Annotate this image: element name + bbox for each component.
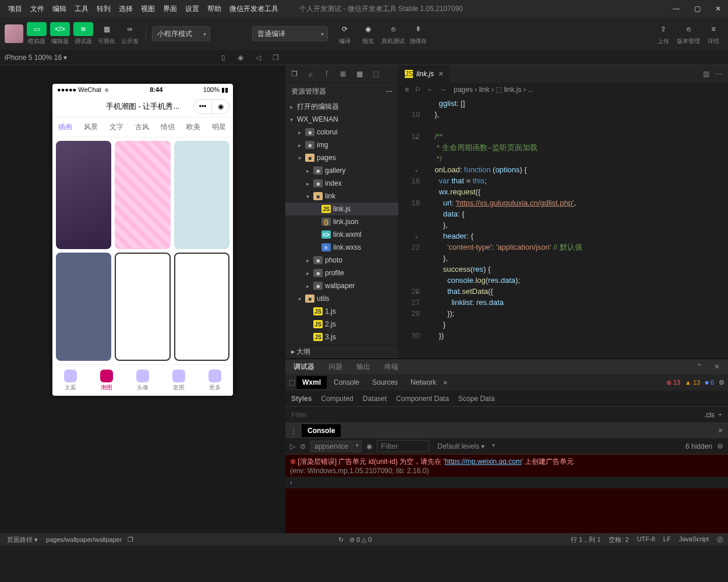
style-tab[interactable]: Component Data [396, 395, 449, 403]
page-path[interactable]: pages/wallpaper/wallpaper [46, 536, 122, 543]
multi-icon[interactable]: ❐ [271, 54, 280, 62]
menu-item[interactable]: 设置 [182, 3, 203, 15]
page-path-label[interactable]: 页面路径 ▾ [5, 535, 40, 544]
console-tab[interactable]: Console [302, 424, 341, 437]
category-tab[interactable]: 插画 [52, 122, 78, 132]
menu-item[interactable]: 项目 [5, 3, 26, 15]
editor-body[interactable]: 1012⌄⌄1618⌄2226⌄272830 gglist: [] }, /**… [399, 97, 728, 359]
breadcrumb-path[interactable]: pages › link › ⬚ link.js › ... [454, 86, 533, 94]
encoding[interactable]: UTF-8 [637, 535, 655, 544]
indent[interactable]: 空格: 2 [609, 535, 628, 544]
dbg-top-tab[interactable]: 终端 [382, 361, 401, 373]
tab-sources[interactable]: Sources [366, 376, 404, 389]
tree-node[interactable]: ▸■gallery [285, 164, 398, 177]
style-tab[interactable]: Computed [321, 395, 353, 403]
console-filter[interactable] [377, 440, 429, 452]
outline-section[interactable]: ▸ 大纲 [285, 345, 398, 359]
tab-network[interactable]: Network [405, 376, 442, 389]
style-tab[interactable]: Styles [291, 395, 312, 403]
sync-icon[interactable]: ↻ [338, 536, 344, 544]
tabbar-item[interactable]: 头像 [136, 370, 149, 392]
category-tab[interactable]: 风景 [78, 122, 104, 132]
tree-node[interactable]: ▾WX_WENAN [285, 113, 398, 126]
add-style[interactable]: + [718, 411, 722, 419]
close-button[interactable]: ✕ [713, 5, 723, 13]
tab-console[interactable]: Console [328, 376, 365, 389]
record-icon[interactable]: ◉ [236, 54, 245, 62]
eye-icon[interactable]: ◉ [366, 442, 372, 450]
right-button[interactable]: ⇪ [653, 22, 673, 36]
tree-node[interactable]: ▸打开的编辑器 [285, 100, 398, 113]
category-tab[interactable]: 文字 [104, 122, 129, 132]
wallpaper-item[interactable] [56, 141, 111, 249]
tool-button[interactable]: ≋ [73, 22, 93, 36]
tree-node[interactable]: JS2.js [285, 318, 398, 331]
menu-item[interactable]: 微信开发者工具 [226, 3, 282, 15]
files-icon[interactable]: ❐ [290, 70, 298, 78]
compile-select[interactable]: 普通编译 [252, 26, 328, 41]
info-count[interactable]: ■ 6 [705, 379, 714, 386]
console-settings-icon[interactable]: ⚙ [717, 442, 723, 450]
cls-toggle[interactable]: .cls [704, 411, 715, 419]
compile-button[interactable]: ⇞ [408, 22, 428, 36]
fwd-icon[interactable]: → [440, 86, 447, 94]
explorer-more-icon[interactable]: ⋯ [386, 87, 393, 95]
levels-select[interactable]: Default levels ▾ [434, 441, 497, 452]
list-icon[interactable]: ≡ [405, 86, 409, 94]
compile-button[interactable]: ◉ [358, 22, 378, 36]
tree-node[interactable]: ▸■img [285, 139, 398, 151]
wallpaper-item[interactable] [174, 253, 229, 361]
style-tab[interactable]: Dataset [363, 395, 387, 403]
console-toggle[interactable]: ⋮ [290, 427, 297, 435]
clear-icon[interactable]: ▷ [290, 442, 295, 450]
console-close[interactable]: ✕ [718, 427, 723, 435]
cursor-pos[interactable]: 行 1，列 1 [571, 535, 600, 544]
more-tabs[interactable]: » [443, 378, 447, 386]
device-icon[interactable]: ▯ [218, 54, 228, 62]
tree-node[interactable]: JSlink.js [285, 203, 398, 215]
tree-node[interactable]: ▸■index [285, 177, 398, 190]
debug-icon[interactable]: ⊞ [339, 70, 347, 78]
menu-item[interactable]: 帮助 [204, 3, 225, 15]
hidden-count[interactable]: 6 hidden [685, 442, 712, 450]
menu-item[interactable]: 转到 [93, 3, 114, 15]
wallpaper-item[interactable] [115, 141, 170, 249]
tool-button[interactable]: </> [50, 22, 70, 36]
filter-input[interactable]: Filter [291, 411, 307, 419]
device-select[interactable]: iPhone 5 100% 16 ▾ [5, 54, 67, 62]
mode-select[interactable]: 小程序模式 [152, 26, 210, 41]
tree-node[interactable]: {}link.json [285, 215, 398, 228]
avatar[interactable] [5, 24, 23, 43]
right-button[interactable]: ≡ [704, 22, 723, 36]
warn-count[interactable]: ▲ 13 [685, 379, 700, 386]
compile-button[interactable]: ⎋ [383, 22, 403, 36]
console-prompt[interactable]: › [285, 477, 728, 488]
category-tab[interactable]: 欧美 [181, 122, 206, 132]
compile-button[interactable]: ⟳ [335, 22, 355, 36]
tree-node[interactable]: ▸■profile [285, 267, 398, 279]
tab-wxml[interactable]: Wxml [296, 376, 327, 389]
tree-node[interactable]: ≡link.wxss [285, 241, 398, 254]
tabbar-item[interactable]: 文案 [64, 370, 77, 392]
capsule-menu[interactable]: ••• [194, 100, 211, 113]
tree-node[interactable]: JS3.js [285, 331, 398, 343]
eol[interactable]: LF [663, 535, 671, 544]
search-icon[interactable]: ⌕ [306, 70, 314, 78]
tabbar-item[interactable]: 更多 [208, 370, 221, 392]
editor-tab[interactable]: JS link.js ✕ [399, 65, 449, 83]
tool-button[interactable]: ▭ [27, 22, 47, 36]
style-tab[interactable]: Scope Data [458, 395, 495, 403]
wallpaper-item[interactable] [174, 141, 229, 249]
wallpaper-item[interactable] [115, 253, 170, 361]
collapse-icon[interactable]: ⌃ [694, 361, 705, 372]
tree-node[interactable]: <>link.wxml [285, 228, 398, 241]
close-icon[interactable]: ✕ [712, 361, 722, 372]
tabbar-item[interactable]: 潮图 [100, 370, 113, 392]
menu-item[interactable]: 编辑 [49, 3, 70, 15]
tree-node[interactable]: ▸■wallpaper [285, 279, 398, 292]
mute-icon[interactable]: ◁ [253, 54, 263, 62]
bookmark-icon[interactable]: ⚐ [415, 86, 421, 94]
right-button[interactable]: ⎋ [678, 22, 698, 36]
more-icon[interactable]: ⬚ [372, 70, 380, 78]
back-icon[interactable]: ← [427, 86, 434, 94]
